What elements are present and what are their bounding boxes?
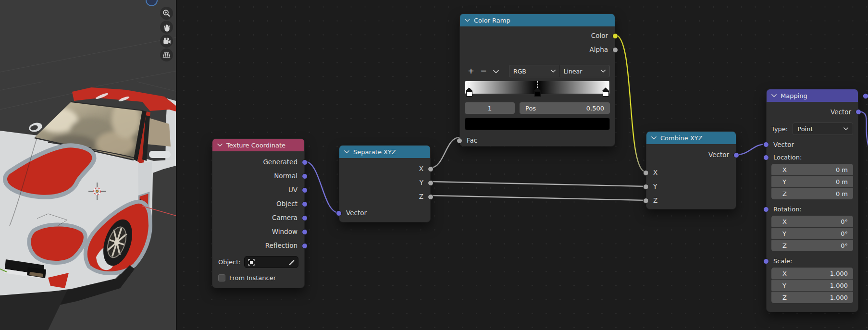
chevron-down-icon — [493, 70, 499, 73]
node-combine-xyz[interactable]: Combine XYZ Vector X Y Z — [646, 131, 736, 209]
scale-x-field[interactable]: X1.000 — [771, 268, 853, 279]
rotation-label-row: Rotation: — [767, 203, 858, 216]
ramp-specials-button[interactable] — [490, 65, 502, 77]
socket-camera[interactable] — [302, 215, 308, 221]
node-title: Combine XYZ — [660, 134, 703, 142]
perspective-toggle-button[interactable] — [160, 49, 173, 61]
node-mapping[interactable]: Mapping Vector Type: Point Vector Locati… — [766, 89, 858, 312]
mapping-type-dropdown[interactable]: Point — [793, 122, 853, 135]
socket-uv[interactable] — [302, 187, 308, 193]
socket-x-in[interactable] — [643, 170, 649, 176]
node-header[interactable]: Mapping — [767, 89, 858, 102]
output-normal: Normal — [212, 169, 304, 183]
location-y-field[interactable]: Y0 m — [771, 176, 853, 187]
socket-vector-out[interactable] — [733, 152, 739, 158]
rotation-x-field[interactable]: X0° — [771, 216, 853, 227]
scale-z-field[interactable]: Z1.000 — [771, 292, 853, 303]
output-x: X — [339, 162, 430, 176]
object-picker-field[interactable] — [244, 256, 298, 268]
blender-window: Texture Coordinate Generated Normal UV O… — [0, 0, 868, 330]
object-data-icon — [248, 259, 255, 266]
input-z: Z — [646, 194, 736, 208]
editor-divider[interactable] — [176, 0, 177, 330]
scale-label-row: Scale: — [767, 255, 858, 268]
socket-x-out[interactable] — [428, 166, 434, 172]
collapse-chevron-icon[interactable] — [651, 136, 657, 140]
camera-view-button[interactable] — [160, 35, 173, 48]
pan-button[interactable] — [160, 21, 173, 34]
socket-generated[interactable] — [302, 159, 308, 165]
hand-icon — [162, 23, 171, 32]
location-x-field[interactable]: X0 m — [771, 164, 853, 175]
socket-rotation-in[interactable] — [763, 207, 769, 212]
node-header[interactable]: Color Ramp — [460, 14, 615, 26]
node-separate-xyz[interactable]: Separate XYZ X Y Z Vector — [339, 145, 431, 222]
magnifier-plus-icon — [162, 9, 171, 18]
socket-y-out[interactable] — [428, 180, 434, 186]
output-y: Y — [339, 176, 430, 190]
collapse-chevron-icon[interactable] — [465, 18, 470, 22]
output-z: Z — [339, 190, 430, 204]
rotation-z-field[interactable]: Z0° — [771, 240, 853, 251]
output-color: Color — [460, 29, 615, 43]
scale-y-field[interactable]: Y1.000 — [771, 280, 853, 291]
socket-scale-in[interactable] — [763, 258, 769, 264]
stop-color-swatch[interactable] — [465, 118, 610, 130]
socket-vector-out[interactable] — [856, 109, 861, 115]
socket-y-in[interactable] — [643, 184, 649, 190]
collapse-chevron-icon[interactable] — [771, 94, 777, 98]
socket-z-out[interactable] — [428, 194, 434, 200]
rotation-y-field[interactable]: Y0° — [771, 228, 853, 239]
ramp-stop-1-selected[interactable] — [533, 87, 541, 97]
socket-location-in[interactable] — [763, 155, 769, 160]
stop-position-field[interactable]: Pos0.500 — [520, 102, 610, 114]
output-object: Object — [212, 197, 304, 211]
socket-alpha-out[interactable] — [612, 47, 618, 53]
chevron-down-icon — [601, 69, 606, 73]
location-z-field[interactable]: Z0 m — [771, 188, 853, 199]
3d-viewport[interactable] — [0, 0, 176, 330]
node-texture-coordinate[interactable]: Texture Coordinate Generated Normal UV O… — [212, 138, 305, 288]
remove-stop-button[interactable]: − — [477, 65, 490, 77]
location-label-row: Location: — [767, 151, 858, 164]
socket-normal[interactable] — [302, 173, 308, 179]
color-mode-dropdown[interactable]: RGB — [509, 65, 559, 77]
socket-reflection[interactable] — [302, 243, 308, 249]
socket-z-in[interactable] — [643, 198, 649, 204]
input-x: X — [646, 166, 736, 180]
node-header[interactable]: Separate XYZ — [339, 146, 430, 158]
socket-vector-in[interactable] — [763, 142, 769, 147]
active-stop-index-field[interactable]: 1 — [465, 102, 515, 114]
output-vector: Vector — [646, 148, 736, 162]
node-color-ramp[interactable]: Color Ramp Color Alpha + − RGB Linear — [459, 13, 615, 147]
ramp-stop-2[interactable] — [602, 87, 609, 97]
interpolation-dropdown[interactable]: Linear — [559, 65, 610, 77]
output-alpha: Alpha — [460, 43, 615, 57]
socket-vector-in[interactable] — [336, 210, 342, 216]
from-instancer-checkbox[interactable] — [218, 274, 225, 281]
input-vector: Vector — [339, 206, 430, 220]
input-fac: Fac — [460, 134, 615, 147]
color-ramp-gradient[interactable] — [465, 81, 610, 94]
node-title: Separate XYZ — [353, 148, 396, 156]
output-reflection: Reflection — [212, 239, 304, 253]
collapse-chevron-icon[interactable] — [217, 143, 223, 147]
socket-color-out[interactable] — [612, 33, 618, 39]
zoom-button[interactable] — [160, 7, 173, 20]
output-camera: Camera — [212, 211, 304, 225]
add-stop-button[interactable]: + — [465, 65, 477, 77]
ramp-stop-0[interactable] — [465, 87, 473, 97]
node-header[interactable]: Texture Coordinate — [212, 139, 304, 151]
collapse-chevron-icon[interactable] — [344, 150, 349, 154]
output-uv: UV — [212, 183, 304, 197]
eyedropper-icon[interactable] — [288, 259, 295, 266]
socket-window[interactable] — [302, 229, 308, 235]
chevron-down-icon — [551, 69, 556, 73]
from-instancer-label: From Instancer — [229, 274, 276, 281]
input-vector: Vector — [767, 138, 858, 151]
node-header[interactable]: Combine XYZ — [646, 132, 736, 144]
socket-object[interactable] — [302, 201, 308, 207]
node-title: Mapping — [781, 92, 807, 99]
chevron-down-icon — [843, 127, 848, 131]
socket-fac-in[interactable] — [457, 138, 462, 144]
